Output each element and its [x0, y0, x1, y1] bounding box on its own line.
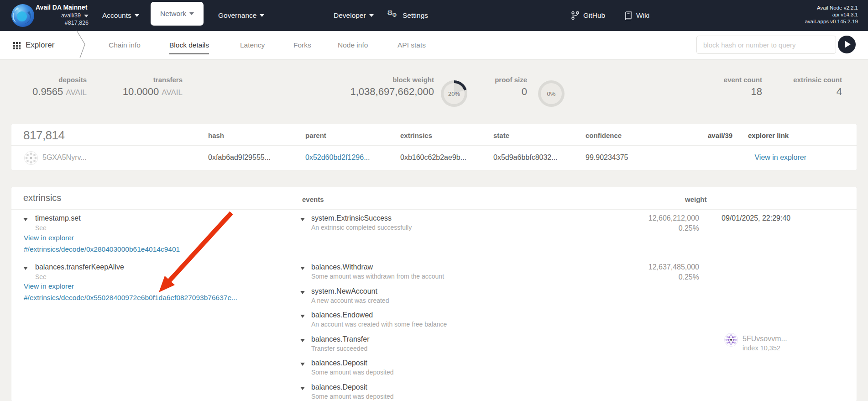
col-explorer-link: explorer link: [748, 132, 789, 139]
event-item: balances.Transfer Transfer succeeded: [311, 335, 369, 352]
extrinsic-row-transfer-keep-alive: balances.transferKeepAlive See View in e…: [11, 256, 857, 401]
git-fork-icon: [571, 11, 579, 20]
extrinsic-see: See: [35, 273, 47, 280]
menu-governance-label: Governance: [218, 11, 256, 20]
app-label-explorer: Explorer: [26, 41, 54, 50]
chevron-down-icon: [369, 14, 374, 17]
stat-label: deposits: [11, 76, 87, 84]
extrinsics-card: extrinsics events weight timestamp.set S…: [11, 187, 857, 401]
expand-caret-icon[interactable]: [300, 339, 305, 342]
view-in-explorer-link[interactable]: View in explorer: [24, 234, 74, 242]
menu-developer-label: Developer: [334, 11, 366, 20]
tab-block-details[interactable]: Block details: [169, 41, 209, 54]
network-name: Avail DA Mainnet: [36, 4, 89, 11]
view-in-explorer-link[interactable]: View in explorer: [754, 153, 806, 162]
book-icon: [624, 11, 632, 20]
event-item: balances.Deposit Some amount was deposit…: [311, 359, 394, 376]
proof-size-gauge: 0%: [538, 80, 565, 107]
state-root: 0x5d9a6bbfc8032...: [493, 153, 558, 162]
event-description: A new account was created: [311, 297, 389, 304]
expand-caret-icon[interactable]: [300, 267, 305, 270]
gears-icon: ⚙⚙: [387, 11, 399, 21]
chevron-down-icon: [260, 14, 264, 17]
event-description: An extrinsic completed successfully: [311, 224, 412, 231]
menu-accounts[interactable]: Accounts: [102, 0, 139, 31]
weight-cell: 12,606,212,000 0.25%: [594, 214, 699, 232]
apps-grid-icon[interactable]: [13, 42, 21, 49]
menu-network[interactable]: Network: [151, 2, 204, 26]
view-in-explorer-link[interactable]: View in explorer: [24, 282, 74, 290]
col-parent: parent: [305, 132, 326, 139]
extrinsic-decode-link[interactable]: #/extrinsics/decode/0x55028400972e6b0f1d…: [24, 294, 237, 302]
parent-hash-link[interactable]: 0x52d60bd2f1296...: [305, 153, 370, 162]
search-go-button[interactable]: [838, 36, 856, 53]
stat-value: 18: [680, 86, 762, 98]
chain-selector[interactable]: avail/39: [36, 12, 89, 19]
stat-value: 10.0000: [123, 86, 159, 97]
weight-value: 12,637,485,000: [594, 263, 699, 271]
event-name: balances.Transfer: [311, 335, 369, 343]
event-description: An account was created with some free ba…: [311, 321, 447, 328]
tab-node-info[interactable]: Node info: [338, 41, 368, 53]
extrinsics-root: 0xb160c62b2ae9b...: [400, 153, 466, 162]
tab-latency[interactable]: Latency: [240, 41, 265, 53]
gauge-percent-label: 0%: [538, 80, 565, 107]
expand-caret-icon[interactable]: [300, 363, 305, 366]
github-link[interactable]: GitHub: [571, 0, 605, 31]
extrinsic-method: balances.transferKeepAlive: [35, 263, 124, 271]
weight-percent: 0.25%: [594, 273, 699, 281]
expand-caret-icon[interactable]: [23, 218, 28, 221]
block-hash: 0xfab6ad9f29555...: [208, 153, 271, 162]
wiki-link[interactable]: Wiki: [624, 0, 649, 31]
block-height: 817,814: [23, 128, 64, 142]
block-search-input[interactable]: [696, 36, 836, 54]
extrinsics-title: extrinsics: [23, 193, 61, 203]
event-name: balances.Endowed: [311, 311, 447, 319]
chevron-down-icon: [84, 15, 89, 17]
event-name: balances.Deposit: [311, 359, 394, 367]
signer-identicon[interactable]: [724, 333, 738, 347]
expand-caret-icon[interactable]: [23, 267, 28, 270]
event-item: balances.Withdraw Some amount was withdr…: [311, 263, 444, 280]
stat-value: 4: [771, 86, 842, 98]
col-state: state: [493, 132, 509, 139]
block-timestamp: 09/01/2025, 22:29:40: [722, 214, 790, 222]
block-row: 5GXA5Nyrv... 0xfab6ad9f29555... 0x52d60b…: [11, 146, 857, 170]
expand-caret-icon[interactable]: [300, 387, 305, 390]
stat-transfers: transfers 10.0000AVAIL: [98, 76, 183, 98]
stat-unit: AVAIL: [66, 88, 87, 97]
stat-label: proof size: [461, 76, 527, 84]
menu-developer[interactable]: Developer: [334, 0, 374, 31]
avail-logo-icon[interactable]: [11, 4, 35, 27]
col-weight: weight: [685, 195, 707, 203]
stat-label: transfers: [98, 76, 183, 84]
block-summary-card: 817,814 hash parent extrinsics state con…: [11, 124, 857, 170]
stat-label: block weight: [256, 76, 434, 84]
event-item: balances.Endowed An account was created …: [311, 311, 447, 328]
col-chain: avail/39: [708, 132, 732, 139]
signer-address[interactable]: 5FUvsovvm...: [743, 335, 787, 343]
chevron-down-icon: [135, 14, 139, 17]
author-identicon[interactable]: [24, 151, 38, 165]
explorer-page: Avail DA Mainnet avail/39 #817,826 Accou…: [0, 0, 868, 401]
stat-extrinsic-count: extrinsic count 4: [771, 76, 842, 98]
expand-caret-icon[interactable]: [300, 291, 305, 294]
extrinsic-decode-link[interactable]: #/extrinsics/decode/0x280403000b61e4014c…: [24, 245, 180, 253]
extrinsic-row-timestamp-set: timestamp.set See View in explorer #/ext…: [11, 210, 857, 256]
apps-version: avail-apps v0.145.2-19: [805, 18, 858, 25]
menu-governance[interactable]: Governance: [218, 0, 264, 31]
tab-api-stats[interactable]: API stats: [397, 41, 426, 53]
tab-forks[interactable]: Forks: [293, 41, 311, 53]
github-label: GitHub: [583, 11, 605, 20]
event-item: balances.Deposit Some amount was deposit…: [311, 383, 394, 400]
tab-chain-info[interactable]: Chain info: [109, 41, 141, 53]
weight-percent: 0.25%: [594, 224, 699, 232]
extrinsic-method: timestamp.set: [35, 214, 81, 222]
expand-caret-icon[interactable]: [300, 315, 305, 318]
expand-caret-icon[interactable]: [300, 218, 305, 221]
event-description: Transfer succeeded: [311, 345, 369, 352]
chevron-down-icon: [189, 12, 194, 15]
block-author-address[interactable]: 5GXA5Nyrv...: [42, 153, 87, 162]
menu-settings[interactable]: ⚙⚙ Settings: [387, 0, 428, 31]
event-description: Some amount was withdrawn from the accou…: [311, 273, 444, 280]
